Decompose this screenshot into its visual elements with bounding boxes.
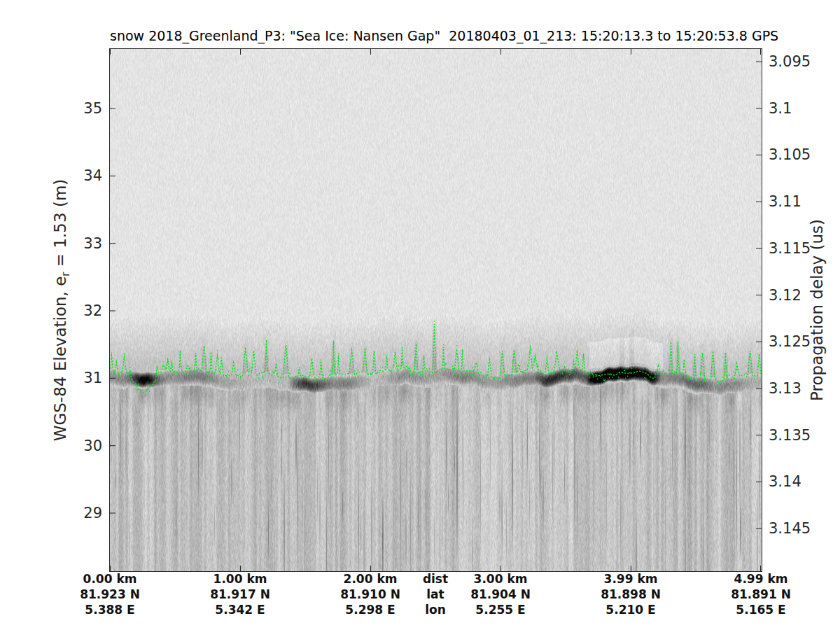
x-tick-line: 81.910 N [321,587,419,602]
x-tick-column: 4.99 km81.891 N5.165 E [712,571,810,617]
x-tick-column: 0.00 km81.923 N5.388 E [61,571,159,617]
x-tick-line: 81.891 N [712,587,810,602]
left-axis-label-text: WGS-84 Elevation, e [51,276,69,442]
x-tick-line: 5.342 E [191,602,289,617]
left-axis-label-units: = 1.53 (m) [51,179,69,272]
left-tick-label: 33 [41,235,102,252]
right-tick-label: 3.095 [769,53,811,70]
right-tick-label: 3.13 [769,380,802,397]
x-tick-line: 2.00 km [321,571,419,587]
x-tick-line: 4.99 km [712,571,810,587]
right-tick-label: 3.105 [769,146,811,163]
x-tick-column: 2.00 km81.910 N5.298 E [321,571,419,617]
x-tick-line: 5.298 E [321,602,419,617]
echogram-canvas [110,49,762,571]
x-tick-column: 3.99 km81.898 N5.210 E [582,571,680,617]
right-tick-label: 3.12 [769,287,802,304]
left-axis-label-subscript: r [59,272,72,276]
x-tick-column: 3.00 km81.904 N5.255 E [451,571,550,617]
left-tick-label: 31 [41,370,102,386]
left-tick-label: 30 [41,438,102,454]
right-tick-label: 3.115 [769,240,811,257]
right-tick-label: 3.145 [769,520,811,537]
right-tick-label: 3.1 [769,100,792,117]
x-tick-line: 5.388 E [61,602,159,617]
x-tick-column: 1.00 km81.917 N5.342 E [191,571,289,617]
x-axis-row-legend: distlatlon [407,571,463,617]
x-axis-row-legend-line: dist [407,571,463,587]
x-axis-row-legend-line: lat [407,587,463,602]
x-axis-row-legend-line: lon [407,602,463,617]
x-tick-line: 81.917 N [191,587,289,602]
right-tick-label: 3.135 [769,427,811,444]
right-tick-label: 3.125 [769,333,811,350]
x-tick-line: 3.00 km [451,571,550,587]
x-tick-line: 81.904 N [451,587,550,602]
x-tick-line: 5.165 E [712,602,810,617]
x-tick-line: 1.00 km [191,571,289,587]
x-tick-line: 5.210 E [582,602,680,617]
figure-title: snow 2018_Greenland_P3: "Sea Ice: Nansen… [110,28,762,43]
left-tick-label: 29 [41,505,102,522]
left-tick-label: 35 [41,100,102,117]
x-tick-line: 81.923 N [61,587,159,602]
x-tick-line: 81.898 N [582,587,680,602]
echogram-figure: snow 2018_Greenland_P3: "Sea Ice: Nansen… [0,0,840,630]
left-tick-label: 32 [41,302,102,319]
right-tick-label: 3.14 [769,473,802,490]
left-tick-label: 34 [41,167,102,184]
plot-area [109,48,762,572]
right-tick-label: 3.11 [769,193,802,210]
x-tick-line: 3.99 km [582,571,680,587]
x-tick-line: 5.255 E [451,602,550,617]
x-tick-line: 0.00 km [61,571,159,587]
